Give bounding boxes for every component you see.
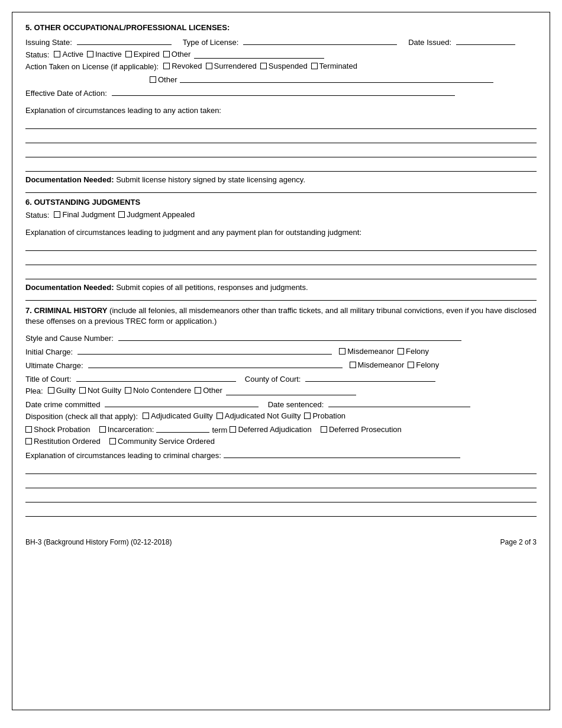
issuing-state-field[interactable] bbox=[77, 36, 172, 45]
explanation-5-line3[interactable] bbox=[25, 147, 537, 157]
style-cause-field[interactable] bbox=[118, 331, 461, 341]
checkbox-guilty[interactable]: Guilty bbox=[48, 386, 76, 395]
explanation-6-label: Explanation of circumstances leading to … bbox=[25, 228, 361, 237]
checkbox-surrendered-box[interactable] bbox=[206, 63, 212, 69]
county-of-court-field[interactable] bbox=[305, 372, 435, 382]
checkbox-terminated-box[interactable] bbox=[311, 63, 318, 69]
checkbox-expired-box[interactable] bbox=[125, 51, 132, 57]
explanation-criminal-line3[interactable] bbox=[25, 492, 537, 502]
checkbox-other-status-box[interactable] bbox=[163, 51, 170, 57]
checkbox-community-service-box[interactable] bbox=[109, 438, 116, 444]
checkbox-ultimate-misdemeanor-box[interactable] bbox=[350, 362, 356, 368]
checkbox-nolo-contendere[interactable]: Nolo Contendere bbox=[125, 386, 191, 395]
explanation-5-label: Explanation of circumstances leading to … bbox=[25, 106, 221, 115]
checkbox-incarceration-box[interactable] bbox=[99, 426, 106, 433]
checkbox-initial-felony-box[interactable] bbox=[398, 348, 404, 355]
checkbox-probation[interactable]: Probation bbox=[304, 411, 345, 420]
checkbox-final-judgment-box[interactable] bbox=[54, 211, 60, 218]
title-of-court-field[interactable] bbox=[76, 372, 236, 382]
checkbox-nolo-contendere-box[interactable] bbox=[125, 387, 131, 394]
incarceration-term-field[interactable] bbox=[156, 423, 209, 433]
explanation-5-line2[interactable] bbox=[25, 133, 537, 143]
checkbox-judgment-appealed-box[interactable] bbox=[118, 211, 125, 218]
checkbox-other-plea[interactable]: Other bbox=[195, 386, 222, 395]
section-7-intro: 7. CRIMINAL HISTORY (include all felonie… bbox=[25, 305, 537, 327]
checkbox-community-service[interactable]: Community Service Ordered bbox=[109, 437, 215, 446]
checkbox-other-action-box[interactable] bbox=[150, 76, 156, 83]
explanation-criminal-line1[interactable] bbox=[25, 463, 537, 474]
explanation-criminal-inline-field[interactable] bbox=[224, 449, 460, 458]
checkbox-restitution-ordered[interactable]: Restitution Ordered bbox=[25, 437, 101, 446]
row-court: Title of Court: County of Court: bbox=[25, 372, 537, 384]
explanation-6-line1[interactable] bbox=[25, 240, 537, 251]
checkbox-initial-felony-label: Felony bbox=[406, 347, 429, 356]
checkbox-revoked-box[interactable] bbox=[163, 63, 170, 69]
checkbox-deferred-prosecution[interactable]: Deferred Prosecution bbox=[321, 425, 402, 434]
checkbox-judgment-appealed[interactable]: Judgment Appealed bbox=[118, 210, 195, 219]
checkbox-adjudicated-guilty[interactable]: Adjudicated Guilty bbox=[143, 411, 213, 420]
checkbox-deferred-adjudication[interactable]: Deferred Adjudication bbox=[230, 425, 311, 434]
other-plea-field[interactable] bbox=[226, 386, 356, 395]
checkbox-shock-probation-box[interactable] bbox=[25, 426, 32, 433]
checkbox-suspended[interactable]: Suspended bbox=[260, 62, 308, 70]
explanation-6-line3[interactable] bbox=[25, 269, 537, 279]
checkbox-expired[interactable]: Expired bbox=[125, 50, 160, 59]
checkbox-restitution-ordered-label: Restitution Ordered bbox=[34, 437, 101, 446]
checkbox-ultimate-felony-box[interactable] bbox=[408, 362, 414, 368]
checkbox-ultimate-misdemeanor[interactable]: Misdemeanor bbox=[350, 360, 405, 369]
checkbox-adjudicated-not-guilty[interactable]: Adjudicated Not Guilty bbox=[217, 411, 301, 420]
checkbox-judgment-appealed-label: Judgment Appealed bbox=[127, 210, 195, 219]
date-crime-field[interactable] bbox=[105, 398, 259, 407]
checkbox-terminated[interactable]: Terminated bbox=[311, 62, 357, 70]
other-action-field[interactable] bbox=[180, 73, 493, 83]
explanation-criminal-label: Explanation of circumstances leading to … bbox=[25, 451, 221, 460]
section-5: 5. OTHER OCCUPATIONAL/PROFESSIONAL LICEN… bbox=[25, 23, 537, 193]
checkbox-active[interactable]: Active bbox=[54, 50, 83, 59]
other-status-field[interactable] bbox=[194, 49, 324, 59]
row-initial-charge: Initial Charge: Misdemeanor Felony bbox=[25, 345, 537, 356]
explanation-criminal-line4[interactable] bbox=[25, 506, 537, 517]
initial-charge-field[interactable] bbox=[77, 345, 332, 355]
checkbox-surrendered[interactable]: Surrendered bbox=[206, 62, 257, 70]
checkbox-final-judgment[interactable]: Final Judgment bbox=[54, 210, 115, 219]
checkbox-suspended-box[interactable] bbox=[260, 63, 267, 69]
checkbox-deferred-adjudication-box[interactable] bbox=[230, 426, 236, 433]
date-sentenced-field[interactable] bbox=[328, 398, 470, 407]
date-issued-field[interactable] bbox=[456, 36, 515, 45]
checkbox-inactive-box[interactable] bbox=[87, 51, 93, 57]
checkbox-probation-box[interactable] bbox=[304, 413, 311, 419]
effective-date-field[interactable] bbox=[112, 86, 455, 96]
row-issuing: Issuing State: Type of License: Date Iss… bbox=[25, 36, 537, 47]
disposition-label: Disposition (check all that apply): bbox=[25, 412, 138, 421]
checkbox-initial-misdemeanor-box[interactable] bbox=[339, 348, 345, 355]
checkbox-other-plea-box[interactable] bbox=[195, 387, 201, 394]
status-6-checkboxes: Final Judgment Judgment Appealed bbox=[54, 210, 195, 219]
checkbox-other-status[interactable]: Other bbox=[163, 50, 191, 59]
checkbox-adjudicated-not-guilty-box[interactable] bbox=[217, 413, 223, 419]
checkbox-ultimate-felony-label: Felony bbox=[416, 360, 439, 369]
explanation-5-line1[interactable] bbox=[25, 118, 537, 129]
checkbox-deferred-prosecution-box[interactable] bbox=[321, 426, 327, 433]
checkbox-not-guilty-box[interactable] bbox=[79, 387, 86, 394]
explanation-criminal-line2[interactable] bbox=[25, 478, 537, 488]
checkbox-initial-felony[interactable]: Felony bbox=[398, 347, 429, 356]
type-of-license-field[interactable] bbox=[243, 36, 397, 45]
checkbox-restitution-ordered-box[interactable] bbox=[25, 438, 32, 444]
checkbox-shock-probation[interactable]: Shock Probation bbox=[25, 425, 90, 434]
checkbox-guilty-box[interactable] bbox=[48, 387, 54, 394]
explanation-6-line2[interactable] bbox=[25, 255, 537, 265]
checkbox-community-service-label: Community Service Ordered bbox=[118, 437, 215, 446]
checkbox-active-box[interactable] bbox=[54, 51, 60, 57]
checkbox-ultimate-felony[interactable]: Felony bbox=[408, 360, 439, 369]
checkbox-adjudicated-guilty-box[interactable] bbox=[143, 413, 149, 419]
doc-needed-6-text: Submit copies of all petitions, response… bbox=[114, 283, 308, 292]
ultimate-charge-field[interactable] bbox=[88, 359, 343, 368]
checkbox-revoked[interactable]: Revoked bbox=[163, 62, 202, 70]
checkbox-inactive[interactable]: Inactive bbox=[87, 50, 122, 59]
explanation-5-line4[interactable] bbox=[25, 161, 537, 172]
checkbox-other-action[interactable]: Other bbox=[150, 75, 177, 84]
checkbox-inactive-label: Inactive bbox=[95, 50, 122, 59]
checkbox-not-guilty[interactable]: Not Guilty bbox=[79, 386, 121, 395]
checkbox-initial-misdemeanor[interactable]: Misdemeanor bbox=[339, 347, 394, 356]
date-crime-label: Date crime committed bbox=[25, 400, 100, 409]
